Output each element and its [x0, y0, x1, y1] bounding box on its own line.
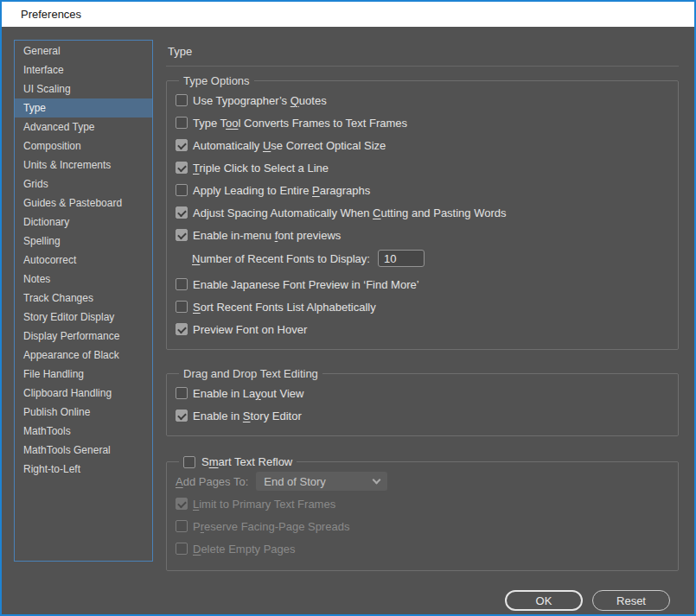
sidebar-item-label: Advanced Type: [23, 121, 95, 133]
sidebar-item[interactable]: Advanced Type: [15, 117, 152, 137]
checkbox[interactable]: [176, 543, 188, 555]
checkbox-row[interactable]: Adjust Spacing Automatically When Cuttin…: [176, 201, 678, 224]
checkbox-row[interactable]: Enable in Layout View: [176, 382, 678, 404]
sidebar-item-label: General: [23, 45, 61, 57]
checkbox-label: Triple Click to Select a Line: [193, 162, 329, 175]
sidebar-item[interactable]: Dictionary: [15, 213, 152, 232]
sidebar-item[interactable]: Type: [15, 98, 152, 117]
type-options-legend: Type Options: [179, 74, 254, 87]
checkbox-row[interactable]: Apply Leading to Entire Paragraphs: [176, 179, 678, 201]
add-pages-dropdown[interactable]: End of Story: [256, 472, 387, 491]
sidebar-item-label: Autocorrect: [23, 254, 76, 266]
smart-text-reflow-legend[interactable]: Smart Text Reflow: [179, 455, 297, 468]
sidebar-item-label: Right-to-Left: [23, 463, 80, 475]
checkbox-row[interactable]: Enable in Story Editor: [176, 404, 678, 427]
checkbox[interactable]: [176, 229, 188, 241]
sidebar-item-label: File Handling: [23, 368, 84, 380]
drag-drop-rows: Enable in Layout View Enable in Story Ed…: [176, 382, 678, 427]
checkbox[interactable]: [176, 94, 188, 106]
type-options-rows-top: Use Typographer’s Quotes Type Tool Conve…: [176, 89, 678, 246]
sidebar-item[interactable]: Appearance of Black: [15, 346, 152, 365]
sidebar-item[interactable]: MathTools: [15, 422, 152, 441]
checkbox-row[interactable]: Preview Font on Hover: [176, 318, 678, 340]
sidebar-item[interactable]: Autocorrect: [15, 251, 152, 270]
add-pages-row: Add Pages To: End of Story: [176, 470, 678, 492]
recent-fonts-input[interactable]: [378, 250, 425, 267]
checkbox-row[interactable]: Enable in-menu font previews: [176, 224, 678, 246]
checkbox[interactable]: [176, 206, 188, 219]
sidebar-item[interactable]: File Handling: [15, 365, 152, 384]
sidebar-item[interactable]: Track Changes: [15, 289, 152, 308]
add-pages-label: Add Pages To:: [176, 475, 248, 488]
preferences-dialog: Preferences General Interface UI Scaling…: [0, 0, 696, 616]
checkbox-row[interactable]: Enable Japanese Font Preview in ‘Find Mo…: [176, 273, 678, 295]
main-panel: Type Type Options Use Typographer’s Quot…: [166, 41, 679, 611]
checkbox[interactable]: [176, 278, 188, 290]
checkbox-label: Enable in Layout View: [193, 387, 303, 400]
sidebar-item[interactable]: UI Scaling: [15, 79, 152, 98]
checkbox-row[interactable]: Preserve Facing-Page Spreads: [176, 515, 678, 537]
checkbox-row[interactable]: Sort Recent Fonts List Alphabetically: [176, 295, 678, 318]
type-options-group: Type Options Use Typographer’s Quotes Ty…: [166, 74, 679, 350]
sidebar-item[interactable]: Right-to-Left: [15, 460, 152, 479]
checkbox[interactable]: [176, 117, 188, 129]
checkbox[interactable]: [176, 410, 188, 422]
recent-fonts-row: Number of Recent Fonts to Display:: [176, 246, 678, 270]
sidebar-item[interactable]: Publish Online: [15, 403, 152, 422]
sidebar-item[interactable]: Display Performance: [15, 327, 152, 346]
sidebar-item-label: Spelling: [23, 235, 61, 247]
sidebar-item-label: Display Performance: [23, 330, 119, 342]
sidebar-item[interactable]: General: [15, 41, 152, 60]
checkbox-label: Type Tool Converts Frames to Text Frames: [193, 117, 407, 130]
checkbox-label: Enable Japanese Font Preview in ‘Find Mo…: [193, 278, 419, 291]
checkbox[interactable]: [176, 184, 188, 196]
checkbox[interactable]: [176, 162, 188, 174]
sidebar-item[interactable]: Notes: [15, 270, 152, 289]
checkbox[interactable]: [176, 139, 188, 151]
button-row: OK Reset: [166, 590, 679, 611]
checkbox-label: Automatically Use Correct Optical Size: [193, 139, 386, 152]
ok-button[interactable]: OK: [505, 590, 583, 611]
preferences-sidebar: General Interface UI Scaling Type Advanc…: [14, 40, 153, 562]
checkbox[interactable]: [176, 387, 188, 399]
checkbox-label: Delete Empty Pages: [193, 543, 296, 556]
checkbox-label: Preserve Facing-Page Spreads: [193, 520, 349, 533]
sidebar-item-label: Notes: [23, 273, 50, 285]
type-options-rows-bottom: Enable Japanese Font Preview in ‘Find Mo…: [176, 273, 678, 340]
add-pages-value: End of Story: [264, 475, 326, 488]
sidebar-item[interactable]: Grids: [15, 175, 152, 194]
sidebar-item-label: Units & Increments: [23, 159, 111, 171]
checkbox-row[interactable]: Delete Empty Pages: [176, 537, 678, 560]
checkbox[interactable]: [176, 520, 188, 532]
checkbox[interactable]: [176, 323, 188, 335]
checkbox[interactable]: [176, 498, 188, 510]
sidebar-item[interactable]: Story Editor Display: [15, 308, 152, 327]
reset-button[interactable]: Reset: [592, 590, 670, 611]
checkbox-label: Limit to Primary Text Frames: [193, 498, 335, 511]
checkbox-row[interactable]: Automatically Use Correct Optical Size: [176, 134, 678, 156]
sidebar-item-label: Clipboard Handling: [23, 387, 112, 399]
sidebar-item[interactable]: Composition: [15, 137, 152, 156]
smart-text-reflow-checkbox[interactable]: [183, 456, 195, 468]
checkbox-row[interactable]: Use Typographer’s Quotes: [176, 89, 678, 111]
sidebar-item-label: Guides & Pasteboard: [23, 197, 122, 209]
sidebar-item[interactable]: Units & Increments: [15, 156, 152, 175]
smart-text-reflow-label: Smart Text Reflow: [201, 455, 292, 468]
chevron-down-icon: [373, 475, 381, 484]
sidebar-item[interactable]: Clipboard Handling: [15, 384, 152, 403]
sidebar-item[interactable]: Interface: [15, 60, 152, 79]
sidebar-item[interactable]: MathTools General: [15, 441, 152, 460]
sidebar-item[interactable]: Guides & Pasteboard: [15, 194, 152, 213]
titlebar: Preferences: [2, 2, 694, 27]
page-title: Type: [166, 41, 679, 67]
sidebar-item-label: Track Changes: [23, 292, 93, 304]
sidebar-item[interactable]: Spelling: [15, 232, 152, 251]
checkbox-row[interactable]: Type Tool Converts Frames to Text Frames: [176, 111, 678, 134]
checkbox-label: Use Typographer’s Quotes: [193, 94, 327, 107]
checkbox-row[interactable]: Limit to Primary Text Frames: [176, 492, 678, 515]
sidebar-item-label: Dictionary: [23, 216, 69, 228]
checkbox[interactable]: [176, 301, 188, 313]
sidebar-item-label: Grids: [23, 178, 48, 190]
sidebar-item-label: Publish Online: [23, 406, 90, 418]
checkbox-row[interactable]: Triple Click to Select a Line: [176, 156, 678, 179]
